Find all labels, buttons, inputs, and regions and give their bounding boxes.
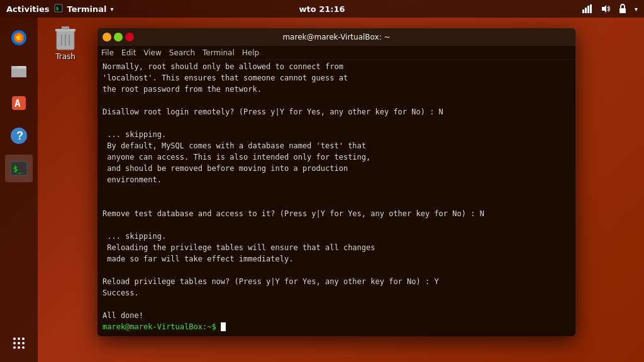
terminal-titlebar: marek@marek-VirtualBox: ~ — [97, 28, 575, 46]
svg-rect-14 — [11, 66, 18, 69]
menu-view[interactable]: View — [143, 48, 161, 57]
topbar-dropdown-icon[interactable]: ▾ — [635, 6, 638, 13]
topbar-left: Activities $ Terminal ▾ — [6, 3, 113, 15]
topbar-app-icon: $ — [53, 3, 64, 15]
lock-icon — [618, 4, 627, 14]
svg-rect-6 — [590, 4, 592, 13]
topbar-clock: wto 21:16 — [299, 4, 345, 14]
topbar-right: ▾ — [582, 4, 638, 14]
terminal-icon: $_ — [9, 158, 29, 178]
svg-rect-4 — [585, 8, 587, 13]
sidebar-item-software[interactable]: A — [5, 89, 33, 117]
topbar-app-name[interactable]: Terminal — [67, 4, 107, 14]
terminal-title: marek@marek-VirtualBox: ~ — [282, 33, 390, 41]
svg-rect-3 — [582, 9, 584, 13]
minimize-button[interactable] — [103, 33, 111, 41]
menu-search[interactable]: Search — [169, 48, 195, 57]
svg-marker-7 — [602, 5, 606, 13]
svg-rect-13 — [11, 69, 26, 77]
software-icon: A — [9, 93, 29, 113]
svg-text:$: $ — [56, 6, 58, 11]
terminal-window: marek@marek-VirtualBox: ~ File Edit View… — [97, 28, 575, 336]
sidebar-item-files[interactable] — [5, 57, 33, 84]
sidebar: A ? $_ — [0, 18, 38, 362]
menu-file[interactable]: File — [101, 48, 114, 57]
svg-text:?: ? — [16, 129, 23, 142]
sidebar-item-apps[interactable] — [5, 329, 33, 357]
apps-grid-icon — [13, 337, 25, 349]
network-icon — [582, 4, 593, 13]
menu-terminal[interactable]: Terminal — [203, 48, 235, 57]
maximize-button[interactable] — [114, 33, 123, 41]
activities-button[interactable]: Activities — [6, 4, 50, 14]
help-icon: ? — [9, 126, 29, 146]
menu-help[interactable]: Help — [242, 48, 259, 57]
firefox-icon — [9, 28, 29, 48]
svg-rect-24 — [62, 26, 69, 30]
sidebar-item-terminal[interactable]: $_ — [5, 155, 33, 182]
svg-text:A: A — [14, 97, 21, 109]
terminal-menu: File Edit View Search Terminal Help — [97, 46, 575, 60]
topbar: Activities $ Terminal ▾ wto 21:16 — [0, 0, 644, 18]
files-icon — [9, 60, 29, 80]
menu-edit[interactable]: Edit — [121, 48, 136, 57]
trash-label: Trash — [55, 52, 75, 61]
desktop-trash[interactable]: Trash — [50, 22, 80, 61]
terminal-content[interactable]: You should remove them before moving int… — [97, 60, 575, 336]
terminal-window-controls — [103, 33, 134, 41]
sidebar-item-firefox[interactable] — [5, 24, 33, 52]
volume-icon — [601, 4, 611, 13]
svg-rect-8 — [619, 8, 626, 13]
topbar-chevron[interactable]: ▾ — [110, 6, 113, 13]
close-button[interactable] — [125, 33, 134, 41]
svg-text:$_: $_ — [13, 165, 23, 173]
sidebar-item-help[interactable]: ? — [5, 122, 33, 150]
svg-rect-5 — [587, 6, 589, 13]
